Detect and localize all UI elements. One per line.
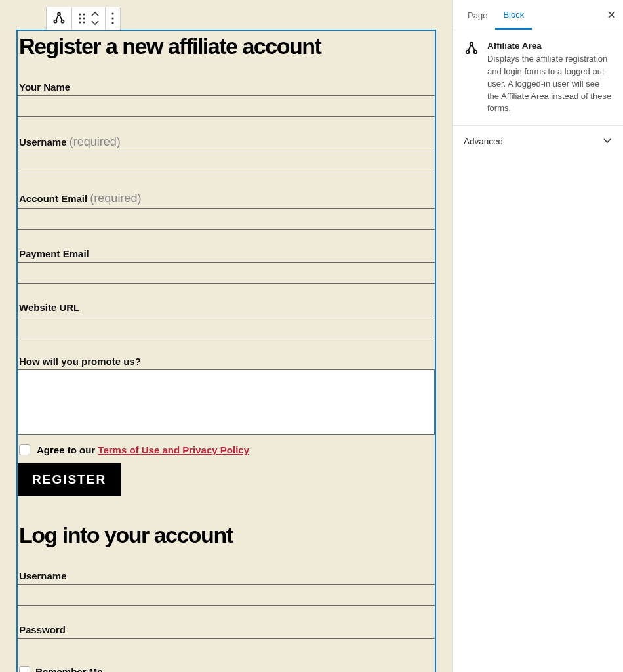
login-heading: Log into your account bbox=[18, 522, 435, 548]
chevron-up-icon[interactable] bbox=[90, 11, 100, 18]
svg-point-5 bbox=[79, 18, 81, 20]
label-promote: How will you promote us? bbox=[18, 337, 435, 369]
agree-checkbox[interactable] bbox=[19, 444, 30, 455]
remember-checkbox[interactable] bbox=[19, 666, 30, 672]
input-login-password[interactable] bbox=[18, 639, 435, 660]
tab-page[interactable]: Page bbox=[460, 1, 495, 28]
svg-point-8 bbox=[83, 22, 85, 24]
label-account-email: Account Email (required) bbox=[18, 173, 435, 209]
label-website-url: Website URL bbox=[18, 284, 435, 316]
agree-text: Agree to our Terms of Use and Privacy Po… bbox=[37, 444, 249, 455]
more-vertical-icon bbox=[111, 12, 115, 25]
svg-point-13 bbox=[466, 51, 469, 53]
toolbar-drag-move[interactable] bbox=[72, 7, 106, 30]
input-website-url[interactable] bbox=[18, 316, 435, 337]
required-marker: (required) bbox=[70, 135, 121, 148]
toolbar-block-type[interactable] bbox=[47, 7, 72, 30]
svg-point-2 bbox=[61, 20, 64, 23]
textarea-promote[interactable] bbox=[18, 369, 435, 435]
label-login-password: Password bbox=[18, 606, 435, 639]
svg-point-7 bbox=[79, 22, 81, 24]
svg-point-10 bbox=[111, 17, 113, 19]
required-marker: (required) bbox=[90, 192, 141, 205]
input-payment-email[interactable] bbox=[18, 262, 435, 284]
sidebar-block-title: Affiliate Area bbox=[487, 41, 613, 51]
label-account-email-text: Account Email bbox=[19, 193, 87, 204]
label-username-text: Username bbox=[19, 136, 67, 148]
toolbar-more-options[interactable] bbox=[106, 7, 120, 30]
label-login-username: Username bbox=[18, 548, 435, 585]
tab-block[interactable]: Block bbox=[495, 1, 532, 30]
chevron-down-icon[interactable] bbox=[90, 19, 100, 26]
svg-point-0 bbox=[58, 13, 60, 16]
label-payment-email: Payment Email bbox=[18, 230, 435, 262]
affiliate-icon bbox=[52, 11, 66, 26]
input-username[interactable] bbox=[18, 152, 435, 173]
svg-point-11 bbox=[111, 22, 113, 24]
svg-point-4 bbox=[83, 14, 85, 16]
remember-label: Remember Me bbox=[35, 666, 103, 672]
register-button[interactable]: REGISTER bbox=[18, 463, 121, 496]
svg-point-1 bbox=[54, 20, 56, 23]
svg-point-12 bbox=[470, 43, 473, 45]
label-your-name: Your Name bbox=[18, 59, 435, 96]
advanced-panel-toggle[interactable]: Advanced bbox=[453, 126, 623, 157]
drag-handle-icon bbox=[77, 12, 87, 25]
advanced-label: Advanced bbox=[464, 136, 503, 146]
chevron-down-icon bbox=[602, 135, 613, 148]
svg-point-9 bbox=[111, 12, 113, 14]
register-heading: Register a new affiliate account bbox=[18, 33, 435, 59]
input-login-username[interactable] bbox=[18, 585, 435, 606]
close-sidebar-button[interactable]: ✕ bbox=[607, 8, 616, 22]
close-icon: ✕ bbox=[607, 9, 616, 22]
block-toolbar bbox=[46, 7, 121, 30]
label-username: Username (required) bbox=[18, 117, 435, 152]
settings-sidebar: Page Block ✕ Affiliate Area Displays the… bbox=[452, 0, 623, 672]
svg-point-6 bbox=[83, 18, 85, 20]
input-account-email[interactable] bbox=[18, 209, 435, 230]
svg-point-14 bbox=[474, 51, 477, 53]
input-your-name[interactable] bbox=[18, 96, 435, 117]
affiliate-icon bbox=[464, 41, 479, 125]
sidebar-block-description: Displays the affiliate registration and … bbox=[487, 51, 613, 125]
affiliate-area-block[interactable]: Register a new affiliate account Your Na… bbox=[16, 30, 436, 672]
svg-point-3 bbox=[79, 14, 81, 16]
terms-link[interactable]: Terms of Use and Privacy Policy bbox=[98, 444, 249, 455]
